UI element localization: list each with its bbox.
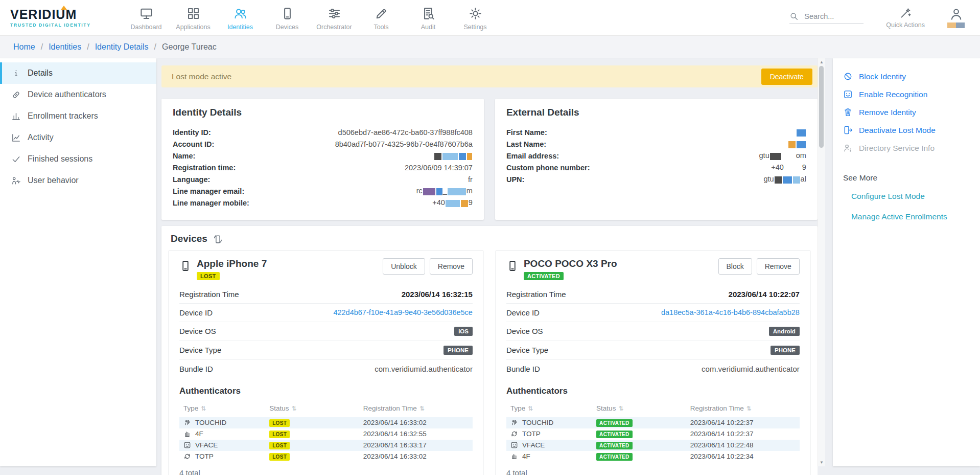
nav-tools[interactable]: Tools bbox=[358, 5, 405, 31]
enable-recognition-link[interactable]: Enable Recognition bbox=[843, 89, 970, 99]
remove-device-button[interactable]: Remove bbox=[430, 258, 473, 275]
field-label: Line manager email: bbox=[173, 187, 244, 195]
primary-nav: Dashboard Applications Identities Device… bbox=[123, 5, 499, 31]
nav-applications[interactable]: Applications bbox=[170, 5, 217, 31]
status-badge: ACTIVATED bbox=[596, 431, 632, 438]
breadcrumb-separator: / bbox=[87, 42, 89, 52]
field-label: Name: bbox=[173, 152, 195, 160]
device-field-registration-time: Registration Time 2023/06/14 10:22:07 bbox=[506, 285, 800, 303]
veridium-logo[interactable]: VERIDIUM TRUSTED DIGITAL IDENTITY bbox=[10, 8, 102, 28]
field-label: First Name: bbox=[506, 128, 547, 137]
sort-registration-column[interactable]: Registration Time⇅ bbox=[361, 402, 473, 417]
redacted-value bbox=[796, 128, 806, 136]
field-label: Identity ID: bbox=[173, 128, 211, 137]
refresh-icon bbox=[510, 430, 518, 438]
sidebar-item-finished-sessions[interactable]: Finished sessions bbox=[0, 148, 156, 170]
nav-orchestrator[interactable]: Orchestrator bbox=[311, 5, 358, 31]
refresh-icon bbox=[183, 453, 191, 460]
manage-active-enrollments-link[interactable]: Manage Active Enrollments bbox=[843, 212, 970, 221]
remove-identity-link[interactable]: Remove Identity bbox=[843, 107, 970, 117]
device-title-wrap: Apple iPhone 7 LOST bbox=[197, 258, 267, 280]
device-cards-row: Apple iPhone 7 LOST Unblock Remove Regis… bbox=[169, 251, 810, 475]
devices-section: Devices Apple iPhone 7 LOST Unblock Rem bbox=[161, 226, 818, 475]
sort-type-column[interactable]: Type⇅ bbox=[179, 402, 267, 417]
authenticator-row: TOTP ACTIVATED 2023/06/14 10:22:37 bbox=[506, 428, 800, 440]
link-icon bbox=[11, 90, 21, 100]
breadcrumb-identities[interactable]: Identities bbox=[49, 42, 81, 52]
device-id-link[interactable]: 422d4b67-f10e-41a9-9e40-3e56d036e5ce bbox=[333, 308, 473, 316]
breadcrumb-separator: / bbox=[41, 42, 43, 52]
field-value: 2023/06/14 16:32:15 bbox=[402, 290, 473, 299]
nav-settings[interactable]: Settings bbox=[452, 5, 499, 31]
trash-icon bbox=[843, 107, 853, 117]
field-label: Device Type bbox=[179, 346, 221, 354]
status-badge: LOST bbox=[269, 431, 290, 438]
device-title-wrap: POCO POCO X3 Pro ACTIVATED bbox=[524, 258, 617, 280]
sort-registration-column[interactable]: Registration Time⇅ bbox=[688, 402, 800, 417]
devices-icon bbox=[281, 7, 294, 20]
sidebar-item-activity[interactable]: Activity bbox=[0, 127, 156, 148]
block-identity-link[interactable]: Block Identity bbox=[843, 72, 970, 81]
search-input[interactable] bbox=[803, 12, 864, 21]
status-badge: LOST bbox=[269, 453, 290, 461]
magic-wand-icon bbox=[900, 7, 912, 19]
sort-status-column[interactable]: Status⇅ bbox=[594, 402, 688, 417]
breadcrumb-identity-details[interactable]: Identity Details bbox=[95, 42, 149, 52]
unblock-device-button[interactable]: Unblock bbox=[383, 258, 425, 275]
sort-icon: ⇅ bbox=[291, 405, 296, 412]
field-custom-phone: Custom phone number: +409 bbox=[506, 162, 806, 173]
main-scrollbar[interactable]: ▲ ▼ bbox=[818, 58, 825, 466]
device-os-badge: iOS bbox=[454, 327, 473, 336]
sidebar-item-user-behavior[interactable]: User behavior bbox=[0, 170, 156, 191]
audit-icon bbox=[422, 7, 435, 20]
scrollbar-thumb[interactable] bbox=[819, 66, 824, 148]
sidebar-item-enrollment-trackers[interactable]: Enrollment trackers bbox=[0, 105, 156, 127]
device-field-device-os: Device OS Android bbox=[506, 322, 800, 341]
remove-device-button[interactable]: Remove bbox=[757, 258, 800, 275]
field-label: Language: bbox=[173, 175, 210, 184]
sort-icon: ⇅ bbox=[201, 405, 206, 412]
sort-type-column[interactable]: Type⇅ bbox=[506, 402, 594, 417]
field-label: Device ID bbox=[506, 308, 540, 317]
nav-devices[interactable]: Devices bbox=[264, 5, 311, 31]
sidebar-item-details[interactable]: Details bbox=[0, 62, 156, 84]
user-avatar[interactable] bbox=[947, 7, 965, 28]
authenticators-title: Authenticators bbox=[506, 386, 800, 396]
deactivate-lost-mode-button[interactable]: Deactivate bbox=[761, 69, 812, 85]
settings-gear-icon bbox=[469, 7, 482, 20]
deactivate-lost-mode-link[interactable]: Deactivate Lost Mode bbox=[843, 125, 970, 135]
phone-icon bbox=[506, 260, 519, 272]
field-label: Device Type bbox=[506, 346, 548, 354]
sort-status-column[interactable]: Status⇅ bbox=[267, 402, 361, 417]
quick-actions-button[interactable]: Quick Actions bbox=[886, 7, 925, 29]
sidebar-item-label: Device authenticators bbox=[28, 90, 106, 99]
nav-identities[interactable]: Identities bbox=[217, 5, 264, 31]
field-label: Device ID bbox=[179, 308, 213, 317]
device-field-device-os: Device OS iOS bbox=[179, 322, 473, 341]
scroll-up-button[interactable]: ▲ bbox=[818, 58, 825, 66]
detail-cards-row: Identity Details Identity ID: d506ebd7-a… bbox=[161, 99, 818, 220]
sort-icon: ⇅ bbox=[528, 405, 533, 412]
device-field-device-id: Device ID da18ec5a-361a-4c16-b4b6-894cba… bbox=[506, 303, 800, 322]
sidebar-item-device-authenticators[interactable]: Device authenticators bbox=[0, 84, 156, 105]
block-device-button[interactable]: Block bbox=[718, 258, 752, 275]
configure-lost-mode-link[interactable]: Configure Lost Mode bbox=[843, 192, 970, 201]
global-search[interactable] bbox=[789, 12, 864, 24]
authenticators-title: Authenticators bbox=[179, 386, 473, 396]
device-header: Apple iPhone 7 LOST Unblock Remove bbox=[179, 258, 473, 280]
field-email-address: Email address: gtuom bbox=[506, 150, 806, 162]
phone-icon bbox=[179, 260, 192, 272]
nav-dashboard[interactable]: Dashboard bbox=[123, 5, 170, 31]
field-first-name: First Name: bbox=[506, 126, 806, 138]
device-id-link[interactable]: da18ec5a-361a-4c16-b4b6-894cbafa5b28 bbox=[661, 308, 800, 316]
breadcrumb-home[interactable]: Home bbox=[13, 42, 35, 52]
field-label: Custom phone number: bbox=[506, 164, 590, 172]
scroll-down-button[interactable]: ▼ bbox=[818, 459, 825, 466]
redacted-value: +409 bbox=[771, 163, 806, 171]
hand-icon bbox=[183, 430, 191, 438]
nav-audit[interactable]: Audit bbox=[405, 5, 452, 31]
device-sync-icon[interactable] bbox=[213, 234, 223, 244]
sidebar-item-label: User behavior bbox=[28, 176, 79, 185]
fingerprint-icon bbox=[510, 419, 518, 426]
hand-icon bbox=[510, 453, 518, 460]
